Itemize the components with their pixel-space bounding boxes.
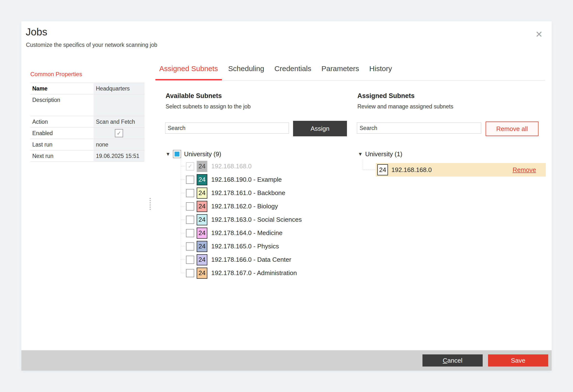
common-properties-table: Name Headquarters Description Action Sca… — [30, 83, 144, 162]
group-checkbox[interactable] — [173, 150, 181, 158]
subnet-label: 192.178.163.0 - Social Sciences — [211, 216, 302, 223]
property-value — [93, 94, 144, 116]
subnet-label: 192.168.168.0 — [391, 166, 432, 174]
group-label: University (1) — [365, 150, 402, 158]
assigned-group-row: ▼ University (1) — [358, 149, 550, 160]
subnet-checkbox[interactable] — [186, 189, 194, 197]
dialog-title: Jobs — [26, 26, 47, 38]
property-value: none — [93, 139, 144, 150]
available-subnet-row[interactable]: ✓ 24 192.168.168.0 — [166, 160, 350, 173]
available-group-row: ▼ University (9) — [166, 149, 350, 160]
property-value: ✓ — [93, 128, 144, 139]
subnet-label: 192.178.165.0 - Physics — [211, 243, 279, 250]
subnet-mask-chip: 24 — [197, 227, 207, 239]
footer-bar: Cancel Save — [21, 350, 552, 371]
tab[interactable]: Assigned Subnets — [155, 63, 222, 80]
available-subnet-row[interactable]: 24 192.168.190.0 - Example — [166, 173, 350, 186]
property-label: Last run — [30, 139, 93, 150]
tabs: Assigned Subnets Scheduling Credentials … — [155, 63, 545, 81]
remove-link[interactable]: Remove — [513, 166, 536, 174]
tree-connector-line — [363, 160, 376, 170]
property-row: Last run none — [30, 139, 144, 150]
available-subnet-row[interactable]: 24 192.178.166.0 - Data Center — [166, 253, 350, 266]
subnet-checkbox[interactable] — [186, 202, 194, 211]
save-button[interactable]: Save — [488, 354, 548, 367]
available-search-input[interactable] — [165, 122, 289, 134]
available-subnet-row[interactable]: 24 192.178.167.0 - Administration — [166, 266, 350, 280]
subnet-mask-chip: 24 — [197, 214, 207, 225]
subnet-checkbox[interactable] — [186, 269, 194, 277]
property-value: Headquarters — [93, 83, 144, 94]
indeterminate-mark — [175, 152, 179, 156]
available-subnet-tree: ▼ University (9) ✓ 24 192.168.168.0 24 1… — [166, 149, 350, 280]
subnet-label: 192.168.168.0 — [211, 163, 251, 170]
tab[interactable]: Parameters — [318, 63, 363, 80]
property-label: Enabled — [30, 128, 93, 139]
tree-connector-line — [181, 159, 181, 273]
property-row: Enabled ✓ — [30, 127, 144, 139]
property-label: Next run — [30, 150, 93, 161]
tab[interactable]: Credentials — [270, 63, 315, 80]
property-row: Next run 19.06.2025 15:51 — [30, 150, 144, 162]
assigned-subnet-row[interactable]: 24 192.168.168.0 Remove — [376, 163, 546, 177]
subnet-mask-chip: 24 — [197, 241, 207, 252]
available-subnets-subheading: Select subnets to assign to the job — [166, 103, 251, 110]
subnet-label: 192.178.166.0 - Data Center — [211, 256, 291, 263]
property-row: Description — [30, 94, 144, 116]
assigned-subnets-heading: Assigned Subnets — [358, 92, 415, 100]
assign-button[interactable]: Assign — [293, 121, 347, 136]
close-icon[interactable]: ✕ — [532, 28, 546, 41]
available-subnet-row[interactable]: 24 192.178.164.0 - Medicine — [166, 226, 350, 240]
subnet-mask-chip: 24 — [377, 164, 388, 175]
subnet-mask-chip: 24 — [197, 201, 207, 212]
property-value: 19.06.2025 15:51 — [93, 150, 144, 161]
collapse-triangle-icon[interactable]: ▼ — [166, 151, 173, 157]
panel-splitter-handle[interactable] — [150, 198, 151, 210]
common-properties-heading: Common Properties — [30, 71, 82, 78]
property-value: Scan and Fetch — [93, 116, 144, 127]
collapse-triangle-icon[interactable]: ▼ — [358, 151, 365, 157]
subnet-mask-chip: 24 — [197, 187, 207, 199]
available-subnet-row[interactable]: 24 192.178.165.0 - Physics — [166, 240, 350, 253]
remove-all-button[interactable]: Remove all — [485, 121, 538, 136]
available-subnet-row[interactable]: 24 192.178.161.0 - Backbone — [166, 186, 350, 200]
subnet-checkbox[interactable] — [186, 242, 194, 251]
subnet-mask-chip: 24 — [197, 254, 207, 265]
assigned-subnets-subheading: Review and manage assigned subnets — [358, 103, 453, 110]
jobs-dialog: Jobs Customize the specifics of your net… — [21, 21, 552, 371]
subnet-label: 192.178.167.0 - Administration — [211, 269, 297, 277]
subnet-mask-chip: 24 — [197, 268, 207, 279]
subnet-checkbox[interactable] — [186, 229, 194, 237]
subnet-mask-chip: 24 — [197, 161, 207, 172]
available-subnet-row[interactable]: 24 192.178.162.0 - Biology — [166, 200, 350, 213]
subnet-checkbox[interactable] — [186, 256, 194, 264]
property-label: Name — [30, 83, 93, 94]
subnet-checkbox[interactable]: ✓ — [186, 162, 194, 170]
property-label: Action — [30, 116, 93, 127]
subnet-mask-chip: 24 — [197, 174, 207, 185]
group-label: University (9) — [184, 150, 221, 158]
enabled-checkbox[interactable]: ✓ — [115, 129, 123, 137]
available-subnet-row[interactable]: 24 192.178.163.0 - Social Sciences — [166, 213, 350, 226]
subnet-checkbox[interactable] — [186, 176, 194, 184]
subnet-checkbox[interactable] — [186, 216, 194, 224]
subnet-label: 192.178.164.0 - Medicine — [211, 229, 282, 237]
dialog-subtitle: Customize the specifics of your network … — [26, 42, 157, 48]
assigned-search-input[interactable] — [357, 122, 481, 134]
property-row: Action Scan and Fetch — [30, 116, 144, 127]
subnet-label: 192.178.161.0 - Backbone — [211, 189, 285, 197]
property-row: Name Headquarters — [30, 83, 144, 94]
property-label: Description — [30, 94, 93, 116]
subnet-label: 192.168.190.0 - Example — [211, 176, 282, 183]
tab[interactable]: History — [365, 63, 396, 80]
cancel-button[interactable]: Cancel — [422, 354, 483, 367]
available-subnet-list: ✓ 24 192.168.168.0 24 192.168.190.0 - Ex… — [166, 160, 350, 280]
assigned-subnet-list: 24 192.168.168.0 Remove — [358, 163, 550, 177]
available-subnets-heading: Available Subnets — [166, 92, 222, 100]
assigned-subnet-tree: ▼ University (1) 24 192.168.168.0 Remove — [358, 149, 550, 177]
subnet-label: 192.178.162.0 - Biology — [211, 203, 278, 210]
tab[interactable]: Scheduling — [224, 63, 268, 80]
